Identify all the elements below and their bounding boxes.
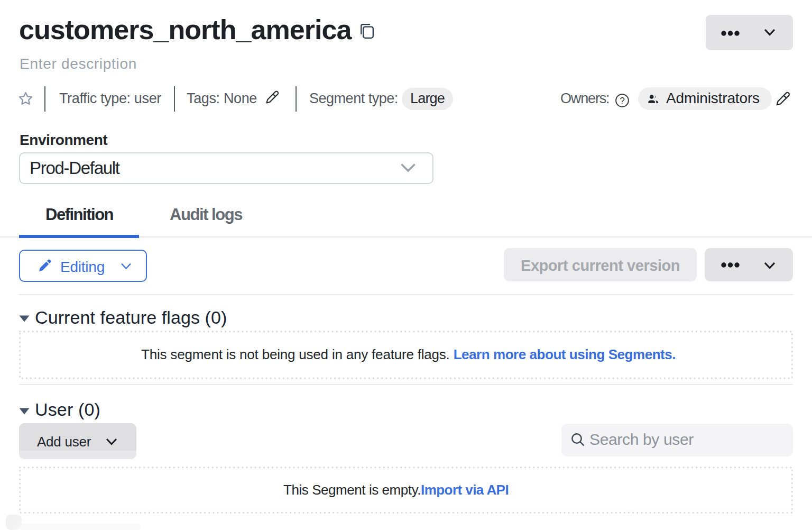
svg-text:?: ?: [620, 95, 625, 106]
